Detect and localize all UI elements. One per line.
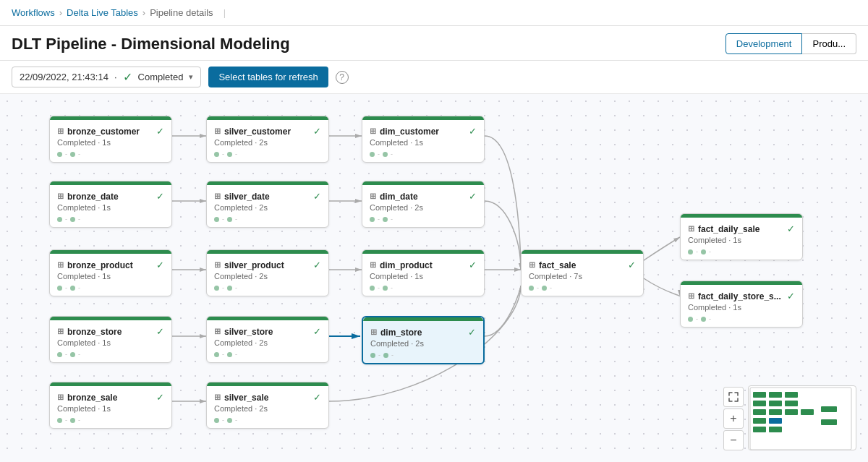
dot2 <box>70 152 75 157</box>
dot-dash2: - <box>709 315 711 322</box>
node-dim_date[interactable]: ⊞ dim_date ✓ Completed · 2s - - <box>362 181 485 228</box>
node-body: ⊞ bronze_sale ✓ Completed · 1s - - <box>50 386 171 428</box>
svg-rect-23 <box>753 418 766 424</box>
mode-development-button[interactable]: Development <box>726 33 803 54</box>
node-dots: - - <box>214 284 321 291</box>
node-status: Completed · 2s <box>214 272 321 281</box>
node-title-text: dim_store <box>380 328 422 338</box>
run-info[interactable]: 22/09/2022, 21:43:14 · ✓ Completed ▾ <box>12 67 201 87</box>
dot-dash1: - <box>222 215 224 223</box>
dot1 <box>57 418 62 423</box>
node-dim_store[interactable]: ⊞ dim_store ✓ Completed · 2s - - <box>362 316 485 364</box>
zoom-out-button[interactable]: − <box>723 430 744 450</box>
dot2 <box>383 152 388 157</box>
run-status: Completed <box>138 72 184 82</box>
node-status: Completed · 1s <box>370 272 477 281</box>
node-title-row: ⊞ silver_store ✓ <box>214 326 321 337</box>
zoom-in-button[interactable]: + <box>723 408 744 429</box>
node-title-text: bronze_sale <box>67 393 117 403</box>
dot-dash2: - <box>235 150 237 158</box>
table-icon: ⊞ <box>688 291 694 301</box>
help-icon[interactable]: ? <box>336 71 349 84</box>
breadcrumb-workflows[interactable]: Workflows <box>12 7 55 18</box>
node-silver_product[interactable]: ⊞ silver_product ✓ Completed · 2s - - <box>206 249 329 296</box>
node-fact_daily_sale[interactable]: ⊞ fact_daily_sale ✓ Completed · 1s - - <box>680 213 803 260</box>
node-status: Completed · 1s <box>57 138 164 147</box>
pipeline-container: ⊞ bronze_customer ✓ Completed · 1s - - <box>0 94 868 462</box>
dot2 <box>227 217 232 222</box>
dot-dash2: - <box>235 351 237 358</box>
node-title: ⊞ dim_customer <box>370 127 439 137</box>
dot-dash1: - <box>696 315 698 322</box>
node-silver_date[interactable]: ⊞ silver_date ✓ Completed · 2s - - <box>206 181 329 228</box>
svg-rect-17 <box>785 401 798 406</box>
node-dim_product[interactable]: ⊞ dim_product ✓ Completed · 1s - - <box>362 249 485 296</box>
dot2 <box>227 352 232 357</box>
node-title-text: silver_sale <box>224 393 268 403</box>
node-status: Completed · 7s <box>529 272 636 281</box>
dot-dash2: - <box>550 284 552 291</box>
node-title-row: ⊞ bronze_date ✓ <box>57 191 164 202</box>
node-dots: - - <box>57 150 164 158</box>
node-bronze_customer[interactable]: ⊞ bronze_customer ✓ Completed · 1s - - <box>49 116 172 163</box>
node-status: Completed · 2s <box>214 203 321 212</box>
node-bronze_date[interactable]: ⊞ bronze_date ✓ Completed · 1s - - <box>49 181 172 228</box>
node-body: ⊞ dim_store ✓ Completed · 2s - - <box>363 321 483 363</box>
dot2 <box>542 286 547 291</box>
node-fact_sale[interactable]: ⊞ fact_sale ✓ Completed · 7s - - <box>521 249 644 296</box>
node-body: ⊞ bronze_store ✓ Completed · 1s - - <box>50 320 171 362</box>
dot2 <box>227 286 232 291</box>
node-status: Completed · 1s <box>688 303 795 312</box>
node-dots: - - <box>214 215 321 223</box>
svg-rect-13 <box>769 392 782 398</box>
node-dots: - - <box>370 351 476 359</box>
node-bronze_sale[interactable]: ⊞ bronze_sale ✓ Completed · 1s - - <box>49 382 172 429</box>
node-dots: - - <box>57 416 164 424</box>
select-tables-refresh-button[interactable]: Select tables for refresh <box>208 67 328 87</box>
table-icon: ⊞ <box>214 327 221 336</box>
node-title-row: ⊞ dim_store ✓ <box>370 327 476 338</box>
dot-dash2: - <box>78 215 80 223</box>
node-fact_daily_store_s[interactable]: ⊞ fact_daily_store_s... ✓ Completed · 1s… <box>680 281 803 328</box>
dot1 <box>688 249 693 254</box>
node-title: ⊞ bronze_store <box>57 327 122 337</box>
dot-dash1: - <box>378 351 380 359</box>
node-silver_customer[interactable]: ⊞ silver_customer ✓ Completed · 2s - - <box>206 116 329 163</box>
node-title-text: bronze_customer <box>67 127 140 137</box>
dot-dash1: - <box>65 416 67 424</box>
node-title: ⊞ bronze_customer <box>57 127 140 137</box>
node-status: Completed · 1s <box>370 138 477 147</box>
node-dots: - - <box>370 284 477 291</box>
dot-dash2: - <box>78 351 80 358</box>
node-title: ⊞ silver_sale <box>214 393 268 403</box>
node-body: ⊞ silver_store ✓ Completed · 2s - - <box>207 320 328 362</box>
node-bronze_product[interactable]: ⊞ bronze_product ✓ Completed · 1s - - <box>49 249 172 296</box>
fullscreen-button[interactable] <box>723 387 744 407</box>
svg-rect-22 <box>821 406 837 412</box>
node-check-icon: ✓ <box>156 326 164 337</box>
dot2 <box>70 217 75 222</box>
node-dim_customer[interactable]: ⊞ dim_customer ✓ Completed · 1s - - <box>362 116 485 163</box>
dot1 <box>529 286 534 291</box>
node-silver_store[interactable]: ⊞ silver_store ✓ Completed · 2s - - <box>206 316 329 363</box>
node-title-text: silver_customer <box>224 127 291 137</box>
mode-production-button[interactable]: Produ... <box>802 33 856 54</box>
node-dots: - - <box>214 351 321 358</box>
breadcrumb-dlt[interactable]: Delta Live Tables <box>67 7 138 18</box>
node-check-icon: ✓ <box>469 260 477 270</box>
dot1 <box>370 353 375 358</box>
node-title-row: ⊞ silver_sale ✓ <box>214 392 321 403</box>
svg-rect-21 <box>801 409 814 415</box>
node-title-row: ⊞ silver_product ✓ <box>214 260 321 270</box>
node-silver_sale[interactable]: ⊞ silver_sale ✓ Completed · 2s - - <box>206 382 329 429</box>
dot-dash2: - <box>78 150 80 158</box>
node-title-text: fact_daily_sale <box>698 224 760 234</box>
node-title-row: ⊞ silver_date ✓ <box>214 191 321 202</box>
node-title: ⊞ silver_date <box>214 192 270 202</box>
svg-rect-27 <box>821 419 837 425</box>
svg-rect-19 <box>769 409 782 415</box>
node-dots: - - <box>214 150 321 158</box>
node-bronze_store[interactable]: ⊞ bronze_store ✓ Completed · 1s - - <box>49 316 172 363</box>
node-title: ⊞ silver_product <box>214 260 284 270</box>
node-title: ⊞ fact_sale <box>529 260 576 270</box>
